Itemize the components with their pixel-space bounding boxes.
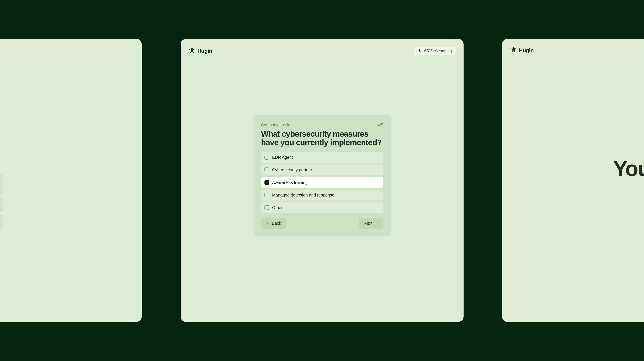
option-label: EDR Agent [272, 155, 293, 160]
hugin-logo-icon [418, 49, 422, 53]
card-meta: Company profile 4/5 [261, 122, 383, 127]
complete-title: Your accou [613, 156, 644, 181]
next-label: Next [364, 221, 372, 226]
onboarding-panel-question: Hugin 65% Scanning Company profile 4/5 W… [180, 39, 464, 322]
checkbox-icon [264, 168, 269, 172]
onboarding-step[interactable]: s cation to read data in your tenant. [0, 174, 3, 194]
onboarding-step[interactable]: Assignment in Entral Portal. [0, 197, 3, 212]
back-label: Back [272, 221, 281, 226]
next-button[interactable]: Next [359, 218, 383, 228]
options-list: EDR Agent Cybersecurity partner Awarenes… [261, 152, 383, 213]
onboarding-steps: s cation to read data in your tenant. As… [0, 174, 3, 230]
card-nav: Back Next [261, 218, 383, 228]
question-card: Company profile 4/5 What cybersecurity m… [254, 115, 391, 236]
option-cybersecurity-partner[interactable]: Cybersecurity partner [261, 164, 383, 175]
option-label: Managed detection and response [272, 192, 334, 197]
arrow-right-icon [375, 221, 378, 226]
panel-header: Hugin [502, 39, 644, 54]
option-other[interactable]: Other [261, 202, 383, 213]
option-managed-detection-response[interactable]: Managed detection and response [261, 190, 383, 200]
welcome-subtitle: ur business, there are need to go throug… [0, 150, 3, 164]
hugin-logo-icon [510, 47, 517, 54]
welcome-title: ome, gen [0, 102, 3, 146]
brand: Hugin [510, 47, 534, 54]
onboarding-step[interactable]: the platform. [0, 214, 3, 230]
checkbox-checked-icon [264, 180, 269, 185]
onboarding-panel-welcome: ome, gen ur business, there are need to … [0, 39, 142, 322]
option-awareness-training[interactable]: Awareness training [261, 177, 383, 188]
checkbox-icon [264, 193, 269, 197]
back-button[interactable]: Back [261, 218, 286, 228]
onboarding-panel-complete: Hugin Your accou Necessary a System scan… [502, 39, 644, 322]
checkbox-icon [264, 205, 269, 210]
question-title: What cybersecurity measures have you cur… [261, 130, 383, 147]
brand-name: Hugin [198, 48, 212, 54]
option-label: Cybersecurity partner [272, 167, 312, 172]
scan-label: Scanning [435, 49, 452, 53]
scan-percent: 65% [424, 49, 432, 53]
hugin-logo-icon [189, 48, 196, 54]
option-edr-agent[interactable]: EDR Agent [261, 152, 383, 163]
brand-name: Hugin [519, 47, 534, 54]
option-label: Other [272, 205, 283, 210]
card-section: Company profile [261, 122, 290, 127]
welcome-block: ome, gen ur business, there are need to … [0, 102, 3, 245]
card-progress: 4/5 [378, 122, 383, 127]
arrow-left-icon [266, 221, 270, 226]
option-label: Awareness training [272, 180, 308, 185]
scan-status-chip: 65% Scanning [414, 47, 456, 55]
checkbox-icon [264, 155, 269, 160]
panel-header: Hugin 65% Scanning [180, 39, 464, 55]
complete-block: Your accou Necessary a System scan Compa… [554, 120, 644, 232]
brand: Hugin [189, 48, 212, 54]
